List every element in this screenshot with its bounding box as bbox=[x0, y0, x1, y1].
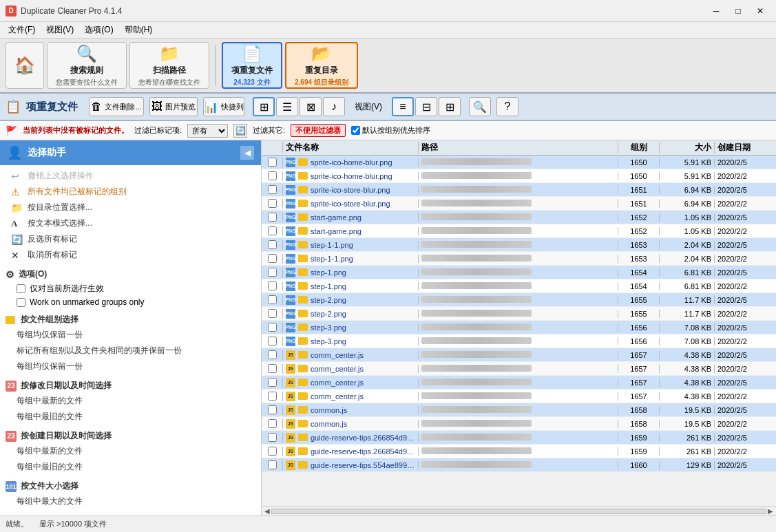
table-row[interactable]: JScommon.js165819.5 KB2020/2/5 bbox=[262, 403, 776, 417]
current-selection-checkbox[interactable] bbox=[17, 284, 25, 293]
menu-options[interactable]: 选项(O) bbox=[79, 23, 118, 37]
row-checkbox[interactable] bbox=[268, 268, 277, 277]
table-row[interactable]: JSguide-reserve-tips.554ae8999...1660129… bbox=[262, 458, 776, 472]
row-checkbox[interactable] bbox=[268, 185, 277, 194]
maximize-button[interactable]: □ bbox=[728, 4, 748, 18]
menu-file[interactable]: 文件(F) bbox=[3, 23, 41, 37]
table-row[interactable]: PNGstart-game.png16521.05 KB2020/2/2 bbox=[262, 224, 776, 238]
table-row[interactable]: JScomm_center.js16574.38 KB2020/2/2 bbox=[262, 362, 776, 376]
row-checkbox[interactable] bbox=[268, 309, 277, 318]
table-row[interactable]: JScomm_center.js16574.38 KB2020/2/5 bbox=[262, 376, 776, 390]
table-row[interactable]: PNGstep-1-1.png16532.04 KB2020/2/5 bbox=[262, 238, 776, 252]
table-row[interactable]: PNGstart-game.png16521.05 KB2020/2/5 bbox=[262, 211, 776, 224]
row-checkbox[interactable] bbox=[268, 213, 277, 222]
toolbar-dup-dirs-button[interactable]: 📂 重复目录 2,694 组目录组别 bbox=[285, 42, 358, 89]
row-checkbox[interactable] bbox=[268, 364, 277, 373]
toolbar-dup-files-button[interactable]: 📄 项重复文件 24,323 文件 bbox=[222, 42, 282, 89]
list-style-3-button[interactable]: ⊞ bbox=[439, 97, 461, 116]
menu-view[interactable]: 视图(V) bbox=[41, 23, 79, 37]
sidebar-item-keep-one[interactable]: 每组均仅保留一份 bbox=[0, 327, 261, 343]
no-filter-button[interactable]: 不使用过滤器 bbox=[291, 124, 346, 137]
sidebar-item-invert[interactable]: 🔄 反选所有标记 bbox=[0, 231, 261, 247]
row-checkbox[interactable] bbox=[268, 158, 277, 167]
sidebar-item-largest[interactable]: 每组中最大的文件 bbox=[0, 493, 261, 509]
row-checkbox[interactable] bbox=[268, 254, 277, 263]
quick-list-button[interactable]: 📊 快捷列 bbox=[203, 97, 244, 116]
row-checkbox[interactable] bbox=[268, 171, 277, 180]
unmarked-groups-checkbox[interactable] bbox=[17, 298, 25, 307]
header-path[interactable]: 路径 bbox=[418, 142, 618, 153]
header-date[interactable]: 创建日期 bbox=[714, 142, 776, 153]
list-style-1-button[interactable]: ≡ bbox=[392, 97, 414, 116]
sidebar-item-by-text[interactable]: A 按文本模式选择... bbox=[0, 215, 261, 231]
table-row[interactable]: PNGstep-3.png16567.08 KB2020/2/5 bbox=[262, 321, 776, 334]
toolbar-search-rules-button[interactable]: 🔍 搜索规则 您需要查找什么文件 bbox=[47, 42, 127, 89]
row-checkbox[interactable] bbox=[268, 281, 277, 290]
table-row[interactable]: JSguide-reserve-tips.266854d9...1659261 … bbox=[262, 445, 776, 458]
sidebar-checkbox-current-selection[interactable]: 仅对当前所选行生效 bbox=[0, 281, 261, 296]
menu-help[interactable]: 帮助(H) bbox=[119, 23, 158, 37]
row-checkbox[interactable] bbox=[268, 323, 277, 332]
table-row[interactable]: JScommon.js165819.5 KB2020/2/2 bbox=[262, 417, 776, 431]
sidebar-item-oldest-modified[interactable]: 每组中最旧的文件 bbox=[0, 409, 261, 425]
header-group[interactable]: 组别 bbox=[618, 142, 659, 153]
help-button[interactable]: ? bbox=[496, 97, 518, 116]
refresh-button[interactable]: 🔄 bbox=[233, 124, 247, 138]
row-checkbox[interactable] bbox=[268, 378, 277, 387]
table-row[interactable]: PNGstep-1-1.png16532.04 KB2020/2/2 bbox=[262, 252, 776, 266]
table-row[interactable]: PNGstep-2.png165511.7 KB2020/2/5 bbox=[262, 293, 776, 307]
table-row[interactable]: PNGsprite-ico-home-blur.png16505.91 KB20… bbox=[262, 169, 776, 183]
header-size[interactable]: 大小 bbox=[659, 142, 714, 153]
sidebar-item-clear[interactable]: ✕ 取消所有标记 bbox=[0, 247, 261, 263]
sidebar-item-newest-created[interactable]: 每组中最新的文件 bbox=[0, 443, 261, 459]
row-checkbox[interactable] bbox=[268, 433, 277, 442]
sidebar-item-keep-one-2[interactable]: 每组均仅保留一份 bbox=[0, 359, 261, 374]
sidebar-item-newest-modified[interactable]: 每组中最新的文件 bbox=[0, 393, 261, 409]
row-checkbox[interactable] bbox=[268, 405, 277, 414]
row-checkbox[interactable] bbox=[268, 226, 277, 235]
horizontal-scrollbar[interactable]: ◀ ▶ bbox=[262, 506, 776, 515]
scroll-left-btn[interactable]: ◀ bbox=[264, 507, 270, 515]
sidebar-item-keep-same-folder[interactable]: 标记所有组别以及文件夹相同的项并保留一份 bbox=[0, 343, 261, 359]
view-menu-label[interactable]: 视图(V) bbox=[350, 100, 386, 114]
row-checkbox[interactable] bbox=[268, 447, 277, 456]
row-checkbox[interactable] bbox=[268, 460, 277, 469]
scroll-right-btn[interactable]: ▶ bbox=[768, 507, 773, 515]
sort-by-group-checkbox[interactable] bbox=[351, 126, 360, 135]
row-checkbox[interactable] bbox=[268, 240, 277, 249]
sidebar-item-oldest-created[interactable]: 每组中最旧的文件 bbox=[0, 459, 261, 475]
row-checkbox[interactable] bbox=[268, 199, 277, 208]
view-list-button[interactable]: ☰ bbox=[276, 97, 298, 116]
table-row[interactable]: JSguide-reserve-tips.266854d9...1659261 … bbox=[262, 431, 776, 445]
header-filename[interactable]: 文件名称 bbox=[282, 142, 418, 153]
table-row[interactable]: PNGsprite-ico-store-blur.png16516.94 KB2… bbox=[262, 197, 776, 211]
scroll-track[interactable] bbox=[271, 509, 766, 514]
minimize-button[interactable]: ─ bbox=[706, 4, 726, 18]
view-grid-button[interactable]: ⊞ bbox=[253, 97, 275, 116]
sidebar-checkbox-unmarked-groups[interactable]: Work on unmarked groups only bbox=[0, 296, 261, 308]
toolbar-home-button[interactable]: 🏠 bbox=[6, 42, 44, 89]
close-button[interactable]: ✕ bbox=[750, 4, 770, 18]
row-checkbox[interactable] bbox=[268, 295, 277, 304]
row-checkbox[interactable] bbox=[268, 337, 277, 345]
toolbar-scan-path-button[interactable]: 📁 扫描路径 您希望在哪查找文件 bbox=[129, 42, 209, 89]
list-style-2-button[interactable]: ⊟ bbox=[415, 97, 437, 116]
table-row[interactable]: JScomm_center.js16574.38 KB2020/2/5 bbox=[262, 348, 776, 362]
table-row[interactable]: PNGstep-3.png16567.08 KB2020/2/2 bbox=[262, 334, 776, 348]
table-row[interactable]: PNGstep-1.png16546.81 KB2020/2/2 bbox=[262, 279, 776, 293]
row-checkbox[interactable] bbox=[268, 350, 277, 359]
table-row[interactable]: JScomm_center.js16574.38 KB2020/2/2 bbox=[262, 390, 776, 403]
view-detail-button[interactable]: ⊠ bbox=[300, 97, 322, 116]
row-checkbox[interactable] bbox=[268, 392, 277, 401]
view-media-button[interactable]: ♪ bbox=[323, 97, 345, 116]
sidebar-collapse-button[interactable]: ◀ bbox=[240, 146, 254, 160]
sidebar-item-all-marked[interactable]: ⚠ 所有文件均已被标记的组别 bbox=[0, 184, 261, 200]
delete-button[interactable]: 🗑 文件删除... bbox=[89, 97, 144, 116]
image-preview-button[interactable]: 🖼 图片预览 bbox=[149, 97, 198, 116]
table-row[interactable]: PNGstep-1.png16546.81 KB2020/2/5 bbox=[262, 266, 776, 279]
table-row[interactable]: PNGsprite-ico-home-blur.png16505.91 KB20… bbox=[262, 156, 776, 169]
search-action-button[interactable]: 🔍 bbox=[469, 97, 491, 116]
table-row[interactable]: PNGsprite-ico-store-blur.png16516.94 KB2… bbox=[262, 183, 776, 197]
filter-select[interactable]: 所有 已标记 未标记 bbox=[187, 124, 228, 138]
sidebar-item-by-dir[interactable]: 📁 按目录位置选择... bbox=[0, 200, 261, 215]
